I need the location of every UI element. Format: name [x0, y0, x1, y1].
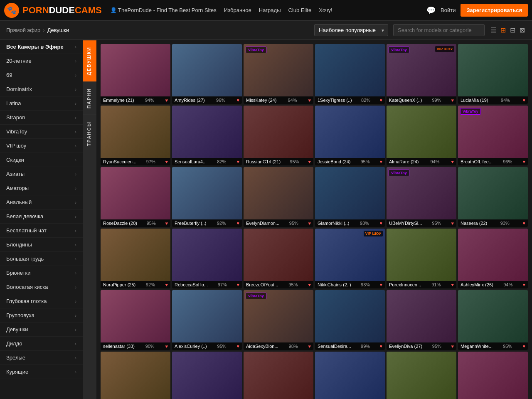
nav-favorites[interactable]: Избранное: [224, 7, 251, 13]
sidebar-item-hairy[interactable]: Волосатая киска ›: [0, 280, 83, 294]
model-card[interactable]: EveliynDiva (27) 95% ♥: [387, 290, 456, 350]
heart-icon[interactable]: ♥: [236, 98, 239, 103]
sidebar-item-strapon[interactable]: Strapon ›: [0, 111, 83, 125]
model-card[interactable]: VibraToy UBeMYDirtySl... 95% ♥: [387, 167, 456, 227]
model-card[interactable]: VIP ШОУ NikkiChains (2..) 93% ♥: [315, 229, 385, 288]
model-card[interactable]: HotcatLilu (22) 96% ♥: [172, 352, 242, 399]
chat-icon[interactable]: 💬: [426, 6, 436, 15]
model-card[interactable]: AshleyMinx (26) 94% ♥: [458, 229, 528, 288]
heart-icon[interactable]: ♥: [451, 98, 454, 103]
heart-icon[interactable]: ♥: [522, 159, 525, 164]
heart-icon[interactable]: ♥: [379, 221, 382, 226]
model-card[interactable]: 1SexyTigress (..) 82% ♥: [315, 44, 385, 104]
heart-icon[interactable]: ♥: [165, 159, 168, 164]
model-card[interactable]: Naseera (22) 93% ♥: [458, 167, 528, 227]
heart-icon[interactable]: ♥: [165, 344, 168, 349]
sidebar-item-white-girl[interactable]: Белая девочка ›: [0, 209, 83, 224]
login-button[interactable]: Войти: [441, 7, 456, 13]
model-card[interactable]: VibraToy MissKatey (24) 94% ♥: [244, 44, 313, 104]
heart-icon[interactable]: ♥: [308, 159, 311, 164]
sidebar-item-amateur[interactable]: Аматоры ›: [0, 181, 83, 195]
heart-icon[interactable]: ♥: [308, 98, 311, 103]
model-card[interactable]: VibraToy BreathOfLifee... 96% ♥: [458, 106, 528, 165]
model-card[interactable]: PurexInnocen... 91% ♥: [387, 229, 456, 288]
model-card[interactable]: KittyBenks (29) 95% ♥: [458, 352, 528, 399]
sidebar-item-girls[interactable]: Девушки ›: [0, 323, 83, 337]
view-grid-md-icon[interactable]: ⊟: [509, 25, 516, 35]
model-card[interactable]: SensualLara4... 82% ♥: [172, 106, 242, 165]
sidebar-item-brunette[interactable]: Брюнетки ›: [0, 266, 83, 280]
heart-icon[interactable]: ♥: [451, 282, 454, 287]
sidebar-item-group[interactable]: Групповуха ›: [0, 308, 83, 323]
model-card[interactable]: AdalyaMILF (41) 97% ♥: [315, 352, 385, 399]
sidebar-item-discounts[interactable]: Скидки ›: [0, 153, 83, 167]
heart-icon[interactable]: ♥: [165, 98, 168, 103]
model-card[interactable]: PatriciaLett (..) 94% ♥: [244, 352, 313, 399]
nav-theporndude[interactable]: 👤 ThePornDude - Find The Best Porn Sites: [110, 7, 217, 13]
sidebar-item-asian[interactable]: Азиаты ›: [0, 167, 83, 181]
logo[interactable]: 🐾 PORNDUDECAMS: [4, 3, 102, 18]
sidebar-item-deepthroat[interactable]: Глубокая глотка ›: [0, 294, 83, 308]
sidebar-item-dildo[interactable]: Дилдо ›: [0, 337, 83, 351]
model-card[interactable]: LuciaMia (19) 94% ♥: [458, 44, 528, 104]
view-grid-sm-icon[interactable]: ⊞: [500, 25, 507, 35]
model-card[interactable]: MegannWhite... 95% ♥: [458, 290, 528, 350]
heart-icon[interactable]: ♥: [379, 159, 382, 164]
view-grid-lg-icon[interactable]: ⊠: [519, 25, 526, 35]
heart-icon[interactable]: ♥: [379, 282, 382, 287]
sidebar-item-vibratoy[interactable]: VibraToy ›: [0, 125, 83, 139]
heart-icon[interactable]: ♥: [522, 344, 525, 349]
model-card[interactable]: EvelynDiamon... 95% ♥: [244, 167, 313, 227]
sidebar-item-free-chat[interactable]: Бесплатный чат ›: [0, 224, 83, 238]
model-card[interactable]: RyanSucculen... 97% ♥: [101, 106, 170, 165]
model-card[interactable]: AmmyReyy (24) 97% ♥: [101, 352, 170, 399]
nav-club[interactable]: Club Elite: [288, 7, 312, 13]
heart-icon[interactable]: ♥: [451, 159, 454, 164]
nav-rewards[interactable]: Награды: [259, 7, 281, 13]
heart-icon[interactable]: ♥: [379, 344, 382, 349]
sidebar-item-latina[interactable]: Latina ›: [0, 96, 83, 111]
sidebar-item-blonde[interactable]: Блондины ›: [0, 238, 83, 252]
heart-icon[interactable]: ♥: [236, 344, 239, 349]
heart-icon[interactable]: ♥: [165, 221, 168, 226]
vtab-girls[interactable]: ДЕВУШКИ: [83, 40, 96, 81]
model-card[interactable]: RussianG1rl (21) 95% ♥: [244, 106, 313, 165]
model-card[interactable]: Emmelyne (21) 94% ♥: [101, 44, 170, 104]
sidebar-item-anal[interactable]: Анальный ›: [0, 195, 83, 209]
heart-icon[interactable]: ♥: [308, 344, 311, 349]
model-card[interactable]: sellenastar (33) 90% ♥: [101, 290, 170, 350]
sidebar-item-all-cams[interactable]: Все Камеры в Эфире ›: [0, 40, 83, 54]
model-card[interactable]: AlexisCurley (..) 95% ♥: [172, 290, 242, 350]
model-card[interactable]: FreeButerfly (..) 92% ♥: [172, 167, 242, 227]
search-input[interactable]: [393, 24, 485, 36]
sidebar-item-mature[interactable]: Зрелые ›: [0, 351, 83, 365]
heart-icon[interactable]: ♥: [522, 98, 525, 103]
vtab-trans[interactable]: ТРАНСЫ: [83, 115, 96, 153]
heart-icon[interactable]: ♥: [165, 282, 168, 287]
heart-icon[interactable]: ♥: [236, 159, 239, 164]
model-card[interactable]: SwettySexy (21) 94% ♥: [387, 352, 456, 399]
model-card[interactable]: VibraToy VIP ШОУ KateQueenX (..) 99% ♥: [387, 44, 456, 104]
sidebar-item-69[interactable]: 69 ›: [0, 68, 83, 82]
register-button[interactable]: Зарегистрироваться: [461, 4, 528, 17]
heart-icon[interactable]: ♥: [236, 221, 239, 226]
heart-icon[interactable]: ♥: [236, 282, 239, 287]
nav-want[interactable]: Хочу!: [319, 7, 332, 13]
model-card[interactable]: RoseDazzle (20) 95% ♥: [101, 167, 170, 227]
model-card[interactable]: NoraPipper (25) 92% ♥: [101, 229, 170, 288]
model-card[interactable]: AmyRides (27) 96% ♥: [172, 44, 242, 104]
sidebar-item-vip[interactable]: VIP шоу ›: [0, 139, 83, 153]
heart-icon[interactable]: ♥: [308, 282, 311, 287]
sidebar-item-dominatrix[interactable]: Dominatrix ›: [0, 82, 83, 96]
view-list-icon[interactable]: ☰: [490, 25, 497, 35]
sidebar-item-20[interactable]: 20-летние ›: [0, 54, 83, 68]
model-card[interactable]: JessieBond (24) 95% ♥: [315, 106, 385, 165]
model-card[interactable]: BreezeOfYout... 95% ♥: [244, 229, 313, 288]
vtab-guys[interactable]: ПАРНИ: [83, 81, 96, 115]
model-card[interactable]: GlamorNikki (..) 93% ♥: [315, 167, 385, 227]
sidebar-item-big-tits[interactable]: Большая грудь ›: [0, 252, 83, 266]
model-card[interactable]: SensualDesira... 99% ♥: [315, 290, 385, 350]
sort-select[interactable]: Наиболее популярныеНовые моделиРейтинг: [314, 24, 388, 36]
model-card[interactable]: RebeccaSoHo... 97% ♥: [172, 229, 242, 288]
breadcrumb-home[interactable]: Прямой эфир: [6, 27, 40, 33]
